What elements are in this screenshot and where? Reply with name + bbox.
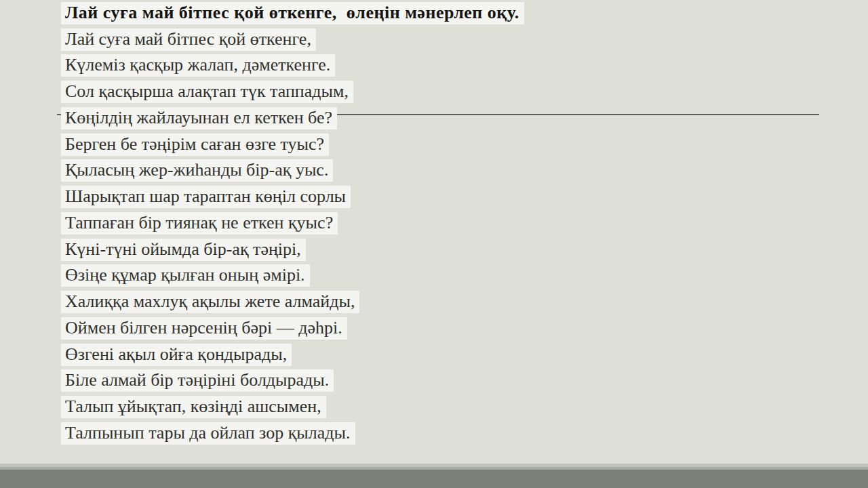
poem-line: Берген бе тәңірім саған өзге туыс?	[61, 131, 868, 158]
poem-line: Өзіңе құмар қылған оның әмірі.	[61, 263, 868, 289]
poem-line: Біле алмай бір тәңіріні болдырады.	[61, 368, 868, 394]
poem-line: Таппаған бір тиянақ не еткен қуыс?	[61, 210, 868, 237]
poem-line-text: Талпынып тары да ойлап зор қылады.	[61, 422, 355, 445]
poem-line-text: Шарықтап шар тараптан көңіл сорлы	[61, 186, 351, 208]
poem-line-text: Сол қасқырша алақтап түк таппадым,	[61, 81, 353, 103]
poem-line-text: Халиққа махлуқ ақылы жете алмайды,	[61, 291, 359, 313]
poem-line: Өзгені ақыл ойға қондырады,	[61, 342, 868, 368]
poem-line-text: Берген бе тәңірім саған өзге туыс?	[61, 134, 329, 156]
poem-line-text: Күні-түні ойымда бір-ақ тәңірі,	[61, 239, 306, 261]
poem-line-text: Біле алмай бір тәңіріні болдырады.	[61, 369, 334, 392]
poem-line-text: Көңілдің жайлауынан ел кеткен бе?	[61, 107, 337, 129]
poem-line: Күні-түні ойымда бір-ақ тәңірі,	[61, 237, 868, 263]
poem-line: Шарықтап шар тараптан көңіл сорлы	[61, 184, 868, 210]
slide-frame: Лай суға май бітпес қой өткенге, өлеңін …	[0, 0, 868, 488]
poem-line-text: Өзгені ақыл ойға қондырады,	[61, 344, 292, 366]
poem-line-text: Қыласың жер-жиһанды бір-ақ уыс.	[61, 159, 333, 182]
poem-line: Оймен білген нәрсенің бәрі — дәһрі.	[61, 315, 868, 342]
poem-line: Көңілдің жайлауынан ел кеткен бе?	[61, 105, 868, 131]
poem-line-text: Лай суға май бітпес қой өткенге,	[61, 28, 316, 51]
slide-title: Лай суға май бітпес қой өткенге, өлеңін …	[61, 2, 524, 24]
poem-line: Талпынып тары да ойлап зор қылады.	[61, 420, 868, 447]
poem-line-text: Талып ұйықтап, көзіңді ашсымен,	[61, 396, 326, 418]
footer-bar	[0, 470, 868, 488]
poem-line-text: Күлеміз қасқыр жалап, дәметкенге.	[61, 54, 335, 77]
poem-slide: Лай суға май бітпес қой өткенге, өлеңін …	[61, 0, 868, 447]
poem-line: Талып ұйықтап, көзіңді ашсымен,	[61, 394, 868, 420]
poem-line: Лай суға май бітпес қой өткенге,	[61, 26, 868, 53]
poem-line-text: Таппаған бір тиянақ не еткен қуыс?	[61, 212, 338, 235]
poem-line: Қыласың жер-жиһанды бір-ақ уыс.	[61, 158, 868, 184]
slide-title-row: Лай суға май бітпес қой өткенге, өлеңін …	[61, 0, 868, 26]
poem-line: Сол қасқырша алақтап түк таппадым,	[61, 79, 868, 105]
poem-line: Халиққа махлуқ ақылы жете алмайды,	[61, 289, 868, 315]
poem-line-text: Өзіңе құмар қылған оның әмірі.	[61, 264, 310, 287]
poem-line: Күлеміз қасқыр жалап, дәметкенге.	[61, 53, 868, 79]
poem-line-text: Оймен білген нәрсенің бәрі — дәһрі.	[61, 317, 347, 340]
